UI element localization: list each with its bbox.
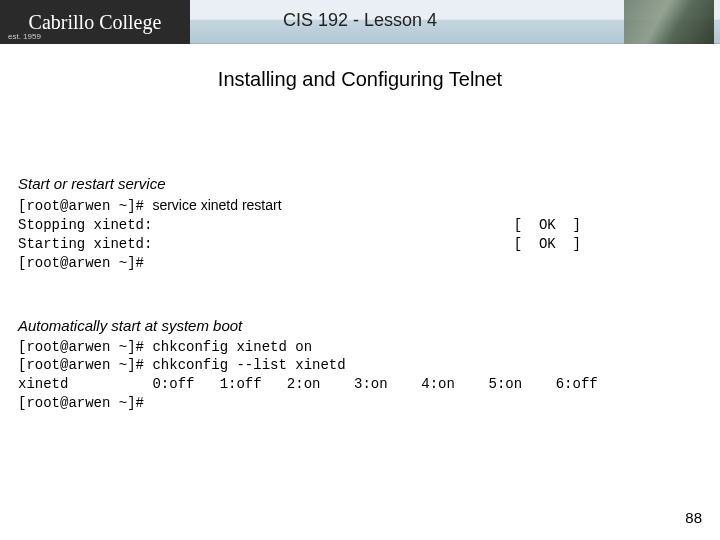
term-line3: Starting xinetd: [ OK ] bbox=[18, 236, 581, 252]
term2-line1: [root@arwen ~]# chkconfig xinetd on bbox=[18, 339, 312, 355]
term-line4: [root@arwen ~]# bbox=[18, 255, 144, 271]
section-label-autostart: Automatically start at system boot bbox=[18, 317, 702, 334]
term-line1-cmd: service xinetd restart bbox=[152, 197, 281, 213]
header-bar: Cabrillo College est. 1959 CIS 192 - Les… bbox=[0, 0, 720, 44]
header-title: CIS 192 - Lesson 4 bbox=[0, 10, 720, 31]
header-photo bbox=[624, 0, 714, 44]
terminal-block-2: [root@arwen ~]# chkconfig xinetd on [roo… bbox=[18, 338, 702, 414]
term-line1-prompt: [root@arwen ~]# bbox=[18, 198, 152, 214]
term2-line2: [root@arwen ~]# chkconfig --list xinetd bbox=[18, 357, 346, 373]
section-autostart: Automatically start at system boot [root… bbox=[18, 317, 702, 414]
section-label-restart: Start or restart service bbox=[18, 175, 702, 192]
terminal-block-1: [root@arwen ~]# service xinetd restart S… bbox=[18, 196, 702, 273]
logo-est: est. 1959 bbox=[8, 32, 41, 41]
term2-line4: [root@arwen ~]# bbox=[18, 395, 144, 411]
section-restart: Start or restart service [root@arwen ~]#… bbox=[18, 175, 702, 273]
slide-title: Installing and Configuring Telnet bbox=[0, 68, 720, 91]
page-number: 88 bbox=[685, 509, 702, 526]
term-line2: Stopping xinetd: [ OK ] bbox=[18, 217, 581, 233]
term2-line3: xinetd 0:off 1:off 2:on 3:on 4:on 5:on 6… bbox=[18, 376, 598, 392]
